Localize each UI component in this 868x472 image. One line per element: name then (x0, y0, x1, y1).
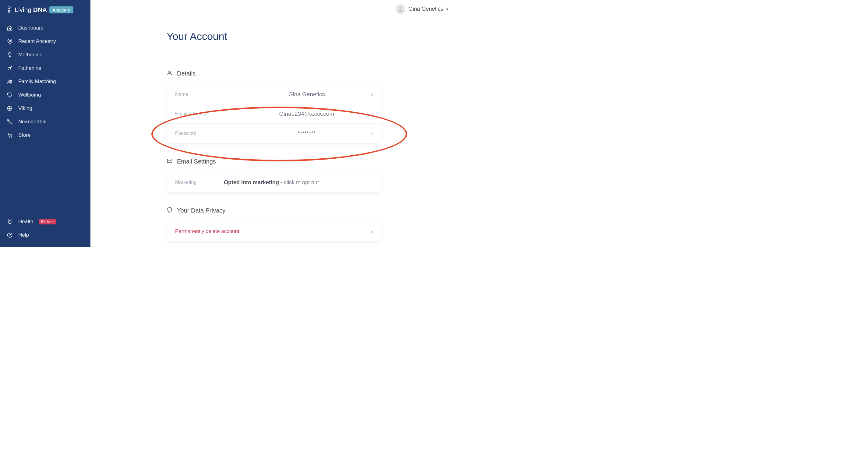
privacy-card: Permanently delete account › (166, 222, 381, 241)
svg-point-2 (8, 53, 11, 55)
sidebar-item-family-matching[interactable]: Family Matching (0, 75, 90, 88)
section-details-header: Details (166, 70, 457, 77)
detail-row-email[interactable]: Email address Gina1234@xxxx.com › (166, 104, 381, 124)
section-privacy-header: Your Data Privacy (166, 207, 457, 214)
sidebar-item-label: Motherline (18, 52, 42, 58)
user-menu[interactable]: Gina Genetics ▾ (396, 4, 448, 14)
avatar-icon (396, 4, 405, 14)
shield-icon (166, 207, 173, 214)
svg-point-5 (10, 80, 11, 81)
detail-row-password[interactable]: Password ******** › (166, 124, 381, 143)
sidebar: Living DNA Ancestry Dashboard Recent Anc… (0, 0, 90, 247)
mars-icon (7, 65, 13, 71)
sidebar-item-recent-ancestry[interactable]: Recent Ancestry (0, 35, 90, 48)
row-label: Password (175, 131, 242, 136)
section-heading-label: Your Data Privacy (177, 207, 225, 214)
svg-point-10 (11, 137, 12, 138)
row-value: Gina1234@xxxx.com (242, 111, 371, 117)
mail-icon (166, 158, 173, 165)
row-value: Gina Genetics (242, 91, 371, 98)
row-label: Email address (175, 111, 242, 117)
detail-row-name[interactable]: Name Gina Genetics › (166, 85, 381, 104)
marketing-row[interactable]: Marketing Opted into marketing - click t… (166, 172, 381, 192)
chevron-down-icon: ▾ (446, 7, 448, 11)
people-icon (7, 78, 13, 85)
chevron-right-icon: › (371, 111, 373, 117)
svg-point-4 (8, 80, 9, 81)
svg-point-1 (9, 40, 11, 42)
sidebar-item-viking[interactable]: Viking (0, 102, 90, 115)
sidebar-item-label: Neanderthal (18, 119, 46, 125)
user-name: Gina Genetics (408, 6, 443, 12)
sidebar-item-label: Dashboard (18, 25, 43, 31)
section-heading-label: Details (177, 70, 195, 77)
brand-text: Living DNA (14, 6, 47, 13)
chevron-right-icon: › (371, 229, 373, 234)
user-icon (166, 70, 173, 77)
sidebar-item-dashboard[interactable]: Dashboard (0, 21, 90, 35)
main: Gina Genetics ▾ Your Account Details Nam… (90, 0, 457, 247)
brand-logo-icon (6, 5, 12, 14)
pin-icon (7, 38, 13, 44)
sidebar-item-label: Fatherline (18, 65, 41, 71)
sidebar-item-label: Help (18, 232, 29, 238)
svg-point-12 (400, 7, 402, 9)
sidebar-item-health[interactable]: Health Explore (0, 215, 90, 228)
section-email-header: Email Settings (166, 158, 457, 165)
row-label: Marketing (175, 180, 224, 185)
row-value: ******** (242, 130, 371, 137)
svg-point-9 (9, 137, 9, 138)
sidebar-item-fatherline[interactable]: Fatherline (0, 62, 90, 75)
brand[interactable]: Living DNA Ancestry (0, 5, 90, 21)
delete-account-row[interactable]: Permanently delete account › (166, 222, 381, 241)
sidebar-item-wellbeing[interactable]: Wellbeing (0, 88, 90, 102)
sidebar-item-help[interactable]: Help (0, 228, 90, 242)
section-heading-label: Email Settings (177, 158, 216, 165)
content: Your Account Details Name Gina Genetics … (90, 18, 457, 241)
heart-icon (7, 92, 13, 98)
nav-group-bottom: Health Explore Help (0, 215, 90, 242)
svg-point-3 (8, 68, 10, 70)
sidebar-item-label: Wellbeing (18, 92, 41, 98)
chevron-right-icon: › (371, 92, 373, 97)
chevron-right-icon: › (371, 131, 373, 136)
page-title: Your Account (166, 30, 457, 42)
sidebar-item-label: Viking (18, 105, 32, 112)
sidebar-item-label: Store (18, 132, 31, 138)
delete-label: Permanently delete account (175, 228, 239, 234)
details-card: Name Gina Genetics › Email address Gina1… (166, 85, 381, 143)
sidebar-item-neanderthal[interactable]: Neanderthal (0, 115, 90, 128)
cart-icon (7, 132, 13, 138)
nav-group-main: Dashboard Recent Ancestry Motherline Fat… (0, 21, 90, 142)
svg-point-13 (169, 71, 171, 73)
sidebar-item-motherline[interactable]: Motherline (0, 48, 90, 62)
explore-badge: Explore (39, 219, 56, 224)
home-icon (7, 25, 13, 31)
globe-icon (7, 105, 13, 112)
topbar: Gina Genetics ▾ (90, 0, 457, 18)
sidebar-item-label: Health (18, 219, 33, 225)
sidebar-item-label: Recent Ancestry (18, 38, 56, 44)
sidebar-item-label: Family Matching (18, 78, 56, 85)
row-label: Name (175, 92, 242, 97)
venus-icon (7, 52, 13, 58)
bone-icon (7, 119, 13, 125)
svg-point-0 (8, 6, 10, 8)
sidebar-item-store[interactable]: Store (0, 128, 90, 142)
help-icon (7, 232, 13, 238)
svg-point-8 (11, 123, 12, 124)
dna-icon (7, 219, 13, 225)
brand-badge: Ancestry (49, 6, 73, 13)
marketing-text: Opted into marketing - click to opt out (224, 179, 319, 186)
email-settings-card: Marketing Opted into marketing - click t… (166, 172, 381, 192)
